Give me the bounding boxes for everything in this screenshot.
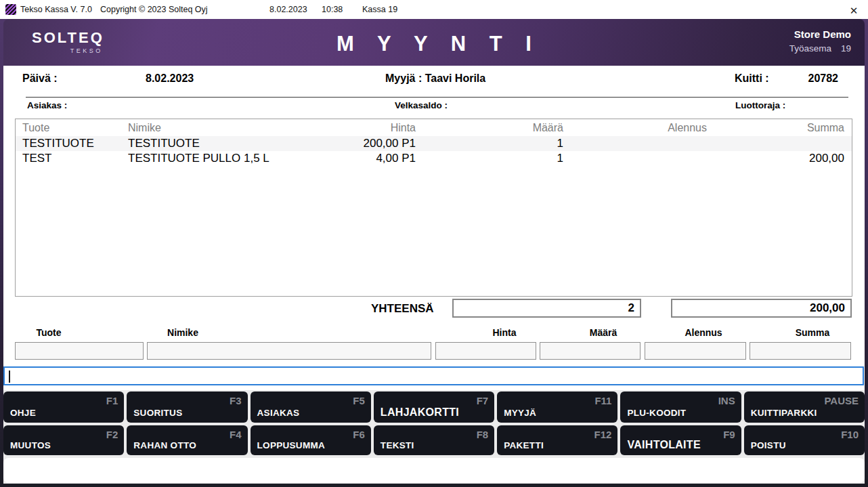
page-title: M Y Y N T I bbox=[3, 32, 865, 56]
workstation-info: Työasema19 bbox=[789, 43, 851, 54]
receipt-number: 20782 bbox=[762, 72, 838, 85]
col-header-summa: Summa bbox=[710, 122, 852, 134]
button-label: LOPPUSUMMA bbox=[257, 440, 326, 450]
table-header: Tuote Nimike Hinta Määrä Alennus Summa bbox=[16, 119, 852, 136]
divider-line bbox=[26, 97, 848, 98]
table-row[interactable]: TESTITUOTE TESTITUOTE 200,00 P1 1 bbox=[16, 136, 852, 151]
teksti-button[interactable]: TEKSTI F8 bbox=[374, 425, 494, 455]
button-label: SUORITUS bbox=[133, 408, 182, 418]
cell-hinta: 4,00 P1 bbox=[318, 152, 419, 165]
col-header-hinta: Hinta bbox=[318, 122, 419, 134]
entry-label-maara: Määrä bbox=[556, 327, 651, 338]
button-key-label: F5 bbox=[353, 395, 365, 406]
entry-label-hinta: Hinta bbox=[457, 327, 552, 338]
date-value: 8.02.2023 bbox=[146, 72, 194, 85]
rahan-otto-button[interactable]: RAHAN OTTO F4 bbox=[127, 425, 247, 455]
button-label: POISTU bbox=[751, 440, 786, 450]
paketti-button[interactable]: PAKETTI F12 bbox=[497, 425, 617, 455]
muutos-button[interactable]: MUUTOS F2 bbox=[3, 425, 124, 455]
total-quantity-field: 2 bbox=[452, 299, 641, 318]
workstation-number: 19 bbox=[841, 43, 851, 54]
titlebar-date: 8.02.2023 bbox=[269, 5, 307, 14]
entry-input-summa[interactable] bbox=[750, 342, 851, 360]
close-icon[interactable]: ✕ bbox=[846, 5, 861, 18]
col-header-nimike: Nimike bbox=[128, 122, 318, 134]
credit-limit-label: Luottoraja : bbox=[735, 100, 785, 110]
function-button-area: OHJE F1 SUORITUS F3 ASIAKAS F5 LAHJAKORT… bbox=[3, 390, 865, 484]
titlebar-register: Kassa 19 bbox=[362, 5, 397, 14]
button-label: VAIHTOLAITE bbox=[627, 439, 701, 451]
plu-koodit-button[interactable]: PLU-KOODIT INS bbox=[620, 391, 741, 423]
entry-input-tuote[interactable] bbox=[15, 342, 144, 360]
entry-label-tuote: Tuote bbox=[1, 327, 96, 338]
entry-input-hinta[interactable] bbox=[435, 342, 536, 360]
button-row-2: MUUTOS F2 RAHAN OTTO F4 LOPPUSUMMA F6 TE… bbox=[3, 425, 865, 455]
cell-summa: 200,00 bbox=[710, 152, 852, 165]
entry-input-alennus[interactable] bbox=[645, 342, 746, 360]
app-icon bbox=[5, 4, 16, 15]
button-key-label: F4 bbox=[230, 429, 242, 440]
titlebar: Tekso Kassa V. 7.0 Copyright © 2023 Solt… bbox=[0, 0, 868, 19]
asiakas-button[interactable]: ASIAKAS F5 bbox=[251, 391, 371, 423]
store-info: Store Demo Työasema19 bbox=[789, 28, 851, 54]
entry-label-alennus: Alennus bbox=[656, 327, 751, 338]
copyright-text: Copyright © 2023 Solteq Oyj bbox=[100, 5, 208, 14]
cell-nimike: TESTITUOTE bbox=[128, 137, 318, 150]
store-name: Store Demo bbox=[789, 28, 851, 40]
command-input[interactable] bbox=[3, 366, 864, 385]
main-area: Päivä : 8.02.2023 Myyjä : Taavi Horila K… bbox=[3, 66, 865, 390]
ohje-button[interactable]: OHJE F1 bbox=[3, 391, 124, 423]
col-header-maara: Määrä bbox=[419, 122, 567, 134]
workstation-label: Työasema bbox=[789, 43, 831, 54]
entry-input-nimike[interactable] bbox=[147, 342, 431, 360]
loppusumma-button[interactable]: LOPPUSUMMA F6 bbox=[251, 425, 371, 455]
myyja-button[interactable]: MYYJÄ F11 bbox=[497, 391, 617, 423]
col-header-alennus: Alennus bbox=[567, 122, 710, 134]
window-title: Tekso Kassa V. 7.0 bbox=[20, 5, 92, 14]
cell-tuote: TEST bbox=[16, 152, 128, 165]
button-key-label: F7 bbox=[477, 395, 489, 406]
button-key-label: F11 bbox=[594, 395, 611, 406]
kuittiparkki-button[interactable]: KUITTIPARKKI PAUSE bbox=[744, 391, 865, 423]
sales-table: Tuote Nimike Hinta Määrä Alennus Summa T… bbox=[15, 119, 852, 297]
button-row-1: OHJE F1 SUORITUS F3 ASIAKAS F5 LAHJAKORT… bbox=[3, 391, 865, 423]
poistu-button[interactable]: POISTU F10 bbox=[744, 425, 865, 455]
button-key-label: F8 bbox=[477, 429, 489, 440]
titlebar-time: 10:38 bbox=[322, 5, 343, 14]
button-label: KUITTIPARKKI bbox=[751, 408, 817, 418]
seller-text: Myyjä : Taavi Horila bbox=[385, 72, 485, 85]
debt-balance-label: Velkasaldo : bbox=[395, 100, 448, 110]
button-label: ASIAKAS bbox=[257, 408, 300, 418]
vaihtolaite-button[interactable]: VAIHTOLAITE F9 bbox=[620, 425, 741, 455]
button-key-label: F9 bbox=[723, 429, 735, 440]
customer-label: Asiakas : bbox=[27, 100, 67, 110]
total-sum-field: 200,00 bbox=[671, 299, 852, 318]
button-key-label: F1 bbox=[106, 395, 118, 406]
table-row[interactable]: TEST TESTITUOTE PULLO 1,5 L 4,00 P1 1 20… bbox=[16, 151, 852, 166]
suoritus-button[interactable]: SUORITUS F3 bbox=[127, 391, 247, 423]
button-key-label: F6 bbox=[353, 429, 365, 440]
cell-nimike: TESTITUOTE PULLO 1,5 L bbox=[128, 152, 318, 165]
cell-maara: 1 bbox=[419, 137, 567, 150]
button-label: MUUTOS bbox=[10, 440, 51, 450]
button-key-label: PAUSE bbox=[824, 395, 859, 406]
button-label: OHJE bbox=[10, 408, 36, 418]
cell-tuote: TESTITUOTE bbox=[16, 137, 128, 150]
cell-maara: 1 bbox=[419, 152, 567, 165]
button-label: RAHAN OTTO bbox=[133, 440, 196, 450]
lahjakortti-button[interactable]: LAHJAKORTTI F7 bbox=[374, 391, 494, 423]
date-label: Päivä : bbox=[22, 72, 58, 85]
cell-hinta: 200,00 P1 bbox=[318, 137, 419, 150]
status-bar bbox=[3, 458, 865, 483]
button-label: PAKETTI bbox=[504, 440, 544, 450]
button-key-label: F3 bbox=[230, 395, 242, 406]
button-key-label: F2 bbox=[106, 429, 118, 440]
entry-input-maara[interactable] bbox=[540, 342, 641, 360]
button-key-label: F12 bbox=[594, 429, 612, 440]
button-label: MYYJÄ bbox=[504, 408, 536, 418]
app-window: Tekso Kassa V. 7.0 Copyright © 2023 Solt… bbox=[0, 0, 868, 487]
col-header-tuote: Tuote bbox=[16, 122, 128, 134]
entry-label-summa: Summa bbox=[765, 327, 860, 338]
button-key-label: F10 bbox=[841, 429, 859, 440]
button-key-label: INS bbox=[718, 395, 735, 406]
